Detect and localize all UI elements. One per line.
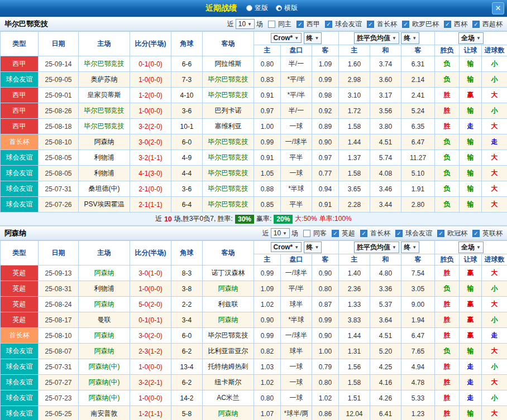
eu-draw-odds: 5.37 — [370, 297, 401, 312]
home-team: 桑坦德(中) — [79, 181, 130, 197]
arsenal-rows: 英超25-09-13阿森纳3-0(1-0)8-3诺丁汉森林0.99一/球半0.9… — [1, 265, 507, 420]
eu-away-odds: 7.54 — [401, 265, 435, 281]
scope-select[interactable]: 全场▼ — [458, 32, 484, 44]
col-eu-draw: 和 — [370, 45, 401, 56]
league-0-checkbox[interactable]: ✓ — [296, 21, 304, 28]
ah-home-odds: 0.83 — [254, 72, 281, 88]
result-winloss: 负 — [435, 134, 460, 150]
corner-count: 14-2 — [171, 390, 203, 406]
corner-count: 6-4 — [171, 197, 203, 213]
eu-away-odds: 6.35 — [401, 119, 435, 134]
away-team: 毕尔巴鄂竞技 — [203, 134, 254, 150]
match-row: 英超25-09-13阿森纳3-0(1-0)8-3诺丁汉森林0.99一/球半0.9… — [1, 265, 507, 281]
ah-home-odds: 0.90 — [254, 312, 281, 328]
odds-avg-select[interactable]: 胜平负均值▼ — [354, 32, 399, 44]
league-3-checkbox[interactable]: ✓ — [437, 230, 444, 237]
result-group-header: 全场▼ — [435, 32, 507, 45]
result-handicap: 输 — [460, 72, 482, 88]
away-team: AC米兰 — [203, 390, 254, 406]
chevron-down-icon: ▼ — [476, 36, 481, 41]
eu-away-odds: 2.41 — [401, 88, 435, 103]
final-select[interactable]: 终▼ — [304, 32, 322, 44]
league-4-checkbox[interactable]: ✓ — [444, 21, 451, 28]
eu-group-header: 胜平负均值▼ 终▼ — [339, 241, 435, 254]
chevron-down-icon: ▼ — [412, 36, 417, 41]
corner-count: 6-6 — [171, 56, 203, 72]
result-handicap: 输 — [460, 181, 482, 197]
league-1-checkbox[interactable]: ✓ — [325, 21, 332, 28]
profit-rate-badge: 20% — [274, 215, 293, 224]
scope-select[interactable]: 全场▼ — [458, 242, 484, 253]
same-side-label: 同客 — [313, 229, 327, 238]
same-side-checkbox[interactable] — [268, 21, 275, 28]
away-team: 巴列卡诺 — [203, 103, 254, 119]
final-select[interactable]: 终▼ — [304, 242, 322, 253]
result-winloss: 胜 — [435, 406, 460, 420]
corner-count: 3-6 — [171, 181, 203, 197]
result-handicap: 赢 — [460, 297, 482, 312]
league-1-checkbox[interactable]: ✓ — [360, 230, 367, 237]
home-team: 利物浦 — [79, 166, 130, 181]
away-team: 塞维利亚 — [203, 119, 254, 134]
match-date: 25-05-25 — [39, 406, 79, 420]
result-handicap: 输 — [460, 56, 482, 72]
result-handicap: 输 — [460, 344, 482, 359]
section-header: 阿森纳 近 10▼ 场 同客✓英超✓首长杯✓球会友谊✓欧冠杯✓英联杯 — [0, 226, 507, 240]
ah-away-odds: 0.97 — [312, 150, 339, 166]
same-side-label: 同主 — [278, 20, 291, 29]
eu-home-odds: 2.98 — [339, 72, 370, 88]
match-row: 球会友谊25-05-25南安普敦1-2(1-1)5-8阿森纳1.07*球半/两0… — [1, 406, 507, 420]
eu-draw-odds: 4.51 — [370, 134, 401, 150]
ah-line: 一球 — [281, 375, 312, 390]
result-handicap: 输 — [460, 103, 482, 119]
league-3-checkbox[interactable]: ✓ — [402, 21, 409, 28]
same-side-checkbox[interactable] — [303, 230, 310, 237]
league-2-checkbox[interactable]: ✓ — [367, 21, 374, 28]
home-team: 阿森纳(中) — [79, 375, 130, 390]
result-goals: 小 — [482, 281, 507, 297]
recent-count-select[interactable]: 10▼ — [236, 19, 255, 29]
col-ah-home: 主 — [254, 254, 281, 265]
eu-home-odds: 1.40 — [339, 265, 370, 281]
match-row: 球会友谊25-09-05奥萨苏纳1-0(0-0)7-3毕尔巴鄂竞技0.83*平/… — [1, 72, 507, 88]
close-button[interactable]: ✕ — [492, 2, 504, 15]
ah-home-odds: 0.82 — [254, 344, 281, 359]
corner-count: 3-8 — [171, 281, 203, 297]
eu-away-odds: 1.94 — [401, 312, 435, 328]
league-0-checkbox[interactable]: ✓ — [332, 230, 339, 237]
ah-away-odds: 0.90 — [312, 265, 339, 281]
league-type-badge: 球会友谊 — [1, 181, 39, 197]
chevron-down-icon: ▼ — [247, 22, 252, 27]
league-5-checkbox[interactable]: ✓ — [472, 21, 480, 28]
result-handicap: 走 — [460, 359, 482, 375]
result-handicap: 输 — [460, 197, 482, 213]
company-select[interactable]: Crow*▼ — [271, 242, 302, 252]
away-team: 毕尔巴鄂竞技 — [203, 72, 254, 88]
league-2-checkbox[interactable]: ✓ — [395, 230, 403, 237]
eu-group-header: 胜平负均值▼ 终▼ — [339, 32, 435, 45]
away-team: 毕尔巴鄂竞技 — [203, 328, 254, 344]
score: 2-1(0-0) — [130, 181, 171, 197]
league-type-badge: 球会友谊 — [1, 150, 39, 166]
team-name: 阿森纳 — [4, 228, 26, 238]
home-team: 奥萨苏纳 — [79, 72, 130, 88]
result-winloss: 胜 — [435, 359, 460, 375]
odds-avg-select[interactable]: 胜平负均值▼ — [354, 242, 399, 253]
ah-home-odds: 1.03 — [254, 359, 281, 375]
company-select[interactable]: Crow*▼ — [271, 33, 302, 43]
final-select[interactable]: 终▼ — [401, 32, 419, 44]
col-home: 主场 — [79, 241, 130, 265]
eu-draw-odds: 4.80 — [370, 265, 401, 281]
col-eu-away: 客 — [401, 254, 435, 265]
ah-away-odds: 0.80 — [312, 375, 339, 390]
league-2-label: 首长杯 — [377, 20, 397, 29]
result-handicap: 输 — [460, 406, 482, 420]
ah-line: *平/半 — [281, 88, 312, 103]
layout-radio-horizontal[interactable]: 横版 — [276, 3, 298, 13]
league-4-checkbox[interactable]: ✓ — [472, 230, 480, 237]
match-date: 25-09-13 — [39, 265, 79, 281]
league-filter-group: 同主✓西甲✓球会友谊✓首长杯✓欧罗巴杯✓西杯✓西超杯 — [265, 20, 503, 29]
layout-radio-vertical[interactable]: 竖版 — [246, 3, 268, 13]
recent-count-select[interactable]: 10▼ — [271, 228, 290, 238]
final-select[interactable]: 终▼ — [401, 242, 419, 253]
